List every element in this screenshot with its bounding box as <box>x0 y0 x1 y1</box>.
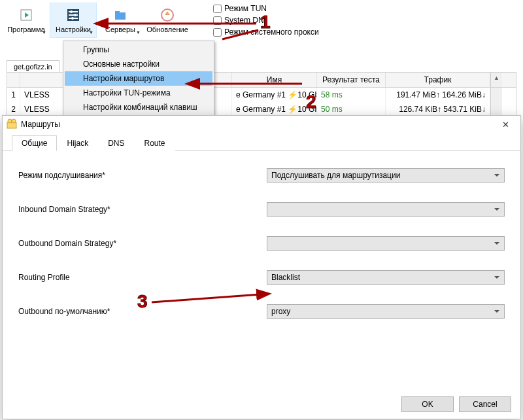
menu-basic-settings[interactable]: Основные настройки <box>65 57 212 71</box>
dropdown-icon: ▼ <box>136 30 141 35</box>
update-icon <box>160 7 175 23</box>
dropdown-icon: ▼ <box>42 30 46 35</box>
svg-point-7 <box>74 14 76 16</box>
sniffing-value: Подслушивать для маршрутизации <box>271 171 400 180</box>
col-traffic[interactable]: Трафик <box>386 73 490 87</box>
system-proxy-label: Режим системного прокси <box>224 27 319 37</box>
tab-dns[interactable]: DNS <box>98 135 134 151</box>
tab-general[interactable]: Общие <box>12 135 57 151</box>
system-dns-label: System DN <box>224 16 264 25</box>
dropdown-icon: ▼ <box>89 30 93 35</box>
dialog-title: Маршруты <box>21 120 60 129</box>
scroll-up-icon: ▲ <box>494 75 499 81</box>
routing-profile-value: Blacklist <box>271 273 300 282</box>
menu-tun-settings[interactable]: Настройки TUN-режима <box>65 86 212 100</box>
row-index: 2 <box>7 102 20 116</box>
svg-marker-12 <box>165 11 170 15</box>
default-outbound-value: proxy <box>271 307 290 316</box>
options-panel: Режим TUN System DN Режим системного про… <box>213 4 319 37</box>
dialog-close-button[interactable]: ✕ <box>490 116 520 133</box>
row-test: 50 ms <box>317 102 386 116</box>
row-traffic: 191.47 MiB↑ 164.26 MiB↓ <box>386 88 490 102</box>
default-outbound-label: Outbound по-умолчанию* <box>18 307 267 316</box>
svg-rect-13 <box>7 122 16 128</box>
toolbar-update-label: Обновление <box>146 26 188 33</box>
toolbar-settings-button[interactable]: Настройки ▼ <box>50 3 97 38</box>
tun-mode-checkbox[interactable]: Режим TUN <box>213 4 319 13</box>
toolbar-update-button[interactable]: Обновление <box>144 3 191 38</box>
routing-profile-select[interactable]: Blacklist <box>267 270 505 285</box>
dialog-tabs: Общие Hijack DNS Route <box>3 134 520 151</box>
dialog-titlebar[interactable]: Маршруты <box>3 116 520 133</box>
toolbar-servers-button[interactable]: Серверы ▼ <box>97 3 144 38</box>
cancel-button[interactable]: Cancel <box>459 396 511 412</box>
sniffing-label: Режим подслушивания* <box>18 171 267 180</box>
svg-point-6 <box>70 10 73 13</box>
subscription-tab[interactable]: get.gofizz.in <box>7 60 59 73</box>
inbound-strategy-select[interactable] <box>267 202 505 217</box>
row-traffic: 126.74 KiB↑ 543.71 KiB↓ <box>386 102 490 116</box>
general-form: Режим подслушивания* Подслушивать для ма… <box>3 151 520 355</box>
outbound-strategy-label: Outbound Domain Strategy* <box>18 239 267 248</box>
toolbar-settings-label: Настройки <box>56 26 91 33</box>
toolbar-program-button[interactable]: Программа ▼ <box>3 3 50 38</box>
system-dns-checkbox[interactable]: System DN <box>213 16 319 25</box>
ok-button[interactable]: OK <box>401 396 454 412</box>
sliders-icon <box>65 7 81 23</box>
row-test: 58 ms <box>317 88 386 102</box>
row-name: e Germany #1 ⚡10 Gbit <box>232 88 317 102</box>
sniffing-select[interactable]: Подслушивать для маршрутизации <box>267 168 505 183</box>
col-name[interactable]: Имя <box>232 73 317 87</box>
play-icon <box>18 7 34 23</box>
close-icon: ✕ <box>502 120 509 130</box>
menu-route-settings[interactable]: Настройки маршрутов <box>65 71 212 86</box>
toolbar-program-label: Программа <box>7 26 45 33</box>
folder-icon <box>112 7 128 23</box>
row-index: 1 <box>7 88 20 102</box>
tab-hijack[interactable]: Hijack <box>57 135 98 151</box>
tun-mode-label: Режим TUN <box>224 4 267 13</box>
menu-groups[interactable]: Группы <box>65 43 212 57</box>
svg-point-14 <box>8 119 12 123</box>
tab-route[interactable]: Route <box>134 135 175 151</box>
dialog-icon <box>7 118 17 131</box>
routes-dialog: Маршруты ✕ Общие Hijack DNS Route Режим … <box>2 115 521 419</box>
routing-profile-label: Routing Profile <box>18 273 267 282</box>
default-outbound-select[interactable]: proxy <box>267 304 505 319</box>
vertical-scrollbar[interactable]: ▲ <box>490 73 502 87</box>
system-proxy-checkbox[interactable]: Режим системного прокси <box>213 27 319 37</box>
col-test[interactable]: Результат теста <box>317 73 386 87</box>
menu-hotkey-settings[interactable]: Настройки комбинаций клавиш <box>65 100 212 114</box>
toolbar-servers-label: Серверы <box>105 26 135 33</box>
inbound-strategy-label: Inbound Domain Strategy* <box>18 205 267 214</box>
svg-point-8 <box>71 17 74 20</box>
outbound-strategy-select[interactable] <box>267 236 505 251</box>
svg-rect-10 <box>115 11 120 14</box>
row-name: e Germany #1 ⚡10 Gbit <box>232 102 317 116</box>
svg-point-15 <box>12 119 16 123</box>
